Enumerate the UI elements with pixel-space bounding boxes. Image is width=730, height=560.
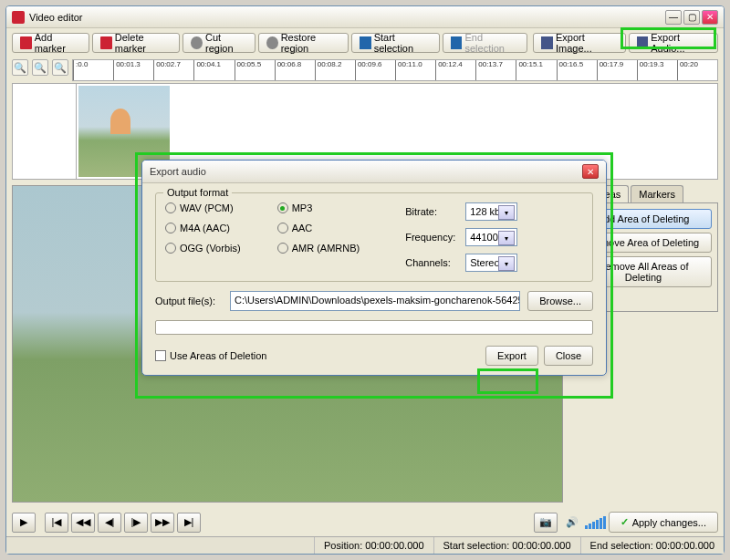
player-controls: ▶ |◀ ◀◀ ◀| |▶ ▶▶ ▶| 📷 🔊 ✓Apply changes..… <box>6 508 724 536</box>
close-button[interactable]: Close <box>544 346 593 366</box>
bitrate-combo[interactable]: 128 kbps <box>465 202 517 221</box>
maximize-button[interactable]: ▢ <box>683 10 700 25</box>
camera-icon <box>541 36 553 49</box>
zoom-in-button[interactable]: 🔍 <box>12 59 28 76</box>
step-fwd-button[interactable]: |▶ <box>124 513 148 533</box>
frequency-label: Frequency: <box>405 232 460 243</box>
tab-markers[interactable]: Markers <box>631 185 683 202</box>
radio-ogg[interactable]: OGG (Vorbis) <box>165 243 241 254</box>
cut-region-label: Cut region <box>205 32 247 54</box>
radio-m4a[interactable]: M4A (AAC) <box>165 223 241 233</box>
main-toolbar: Add marker Delete marker Cut region Rest… <box>6 28 724 57</box>
first-frame-button[interactable]: |◀ <box>45 513 68 533</box>
status-end: End selection: 00:00:00.000 <box>581 537 724 554</box>
export-image-button[interactable]: Export Image... <box>533 33 625 53</box>
fast-fwd-button[interactable]: ▶▶ <box>151 513 174 533</box>
channels-label: Channels: <box>405 257 460 268</box>
radio-mp3[interactable]: MP3 <box>277 202 360 213</box>
app-icon <box>12 11 25 24</box>
timeline-ruler[interactable]: :0.000:01.300:02.700:04.100:05.500:06.80… <box>72 59 718 81</box>
close-window-button[interactable]: ✕ <box>702 10 718 25</box>
restore-icon <box>266 36 278 49</box>
start-selection-button[interactable]: Start selection <box>351 33 440 53</box>
status-position: Position: 00:00:00.000 <box>315 537 434 554</box>
marker-add-icon <box>20 36 32 49</box>
window-title: Video editor <box>29 12 665 23</box>
end-selection-button[interactable]: End selection <box>443 33 527 53</box>
last-frame-button[interactable]: ▶| <box>177 513 201 533</box>
rewind-button[interactable]: ◀◀ <box>71 513 95 533</box>
step-back-button[interactable]: ◀| <box>98 513 121 533</box>
frequency-combo[interactable]: 44100 Hz <box>465 228 517 246</box>
export-audio-button[interactable]: Export Audio... <box>629 33 718 53</box>
restore-region-label: Restore region <box>281 32 340 54</box>
apply-changes-button[interactable]: ✓Apply changes... <box>609 512 718 533</box>
radio-wav[interactable]: WAV (PCM) <box>165 202 241 213</box>
apply-label: Apply changes... <box>632 517 706 528</box>
export-audio-dialog: Export audio ✕ Output format WAV (PCM) M… <box>141 160 607 376</box>
radio-aac[interactable]: AAC <box>277 223 360 233</box>
volume-icon[interactable]: 🔊 <box>566 516 579 528</box>
zoom-fit-button[interactable]: 🔍 <box>52 59 68 76</box>
snapshot-button[interactable]: 📷 <box>534 513 558 533</box>
output-format-group: Output format WAV (PCM) M4A (AAC) OGG (V… <box>155 192 593 282</box>
marker-del-icon <box>100 36 112 49</box>
minimize-button[interactable]: — <box>665 10 682 25</box>
delete-marker-label: Delete marker <box>115 32 172 54</box>
speaker-icon <box>637 36 649 49</box>
restore-region-button[interactable]: Restore region <box>258 33 349 53</box>
cut-region-button[interactable]: Cut region <box>182 33 256 53</box>
volume-meter[interactable] <box>585 516 606 529</box>
export-button[interactable]: Export <box>485 346 538 366</box>
play-button[interactable]: ▶ <box>12 513 36 533</box>
zoom-out-button[interactable]: 🔍 <box>32 59 48 76</box>
output-format-legend: Output format <box>163 187 232 198</box>
add-marker-label: Add marker <box>35 32 81 54</box>
scissors-icon <box>191 36 203 49</box>
output-path-input[interactable]: C:\Users\ADMIN\Downloads\pexels-maksim-g… <box>230 291 520 311</box>
export-image-label: Export Image... <box>556 32 618 54</box>
status-bar: Position: 00:00:00.000 Start selection: … <box>6 536 724 554</box>
use-areas-checkbox[interactable]: Use Areas of Deletion <box>155 350 266 361</box>
check-icon: ✓ <box>620 516 629 528</box>
add-marker-button[interactable]: Add marker <box>12 33 89 53</box>
start-sel-icon <box>360 36 371 49</box>
delete-marker-button[interactable]: Delete marker <box>92 33 180 53</box>
end-sel-icon <box>451 36 463 49</box>
dialog-title: Export audio <box>150 166 582 177</box>
output-files-label: Output file(s): <box>155 296 223 306</box>
channels-combo[interactable]: Stereo <box>465 254 517 272</box>
browse-button[interactable]: Browse... <box>527 291 593 311</box>
end-selection-label: End selection <box>464 32 519 54</box>
dialog-close-button[interactable]: ✕ <box>582 164 599 179</box>
bitrate-label: Bitrate: <box>405 206 460 217</box>
titlebar: Video editor — ▢ ✕ <box>6 6 724 28</box>
export-progress <box>155 320 593 335</box>
export-audio-label: Export Audio... <box>651 32 710 54</box>
radio-amr[interactable]: AMR (AMRNB) <box>277 243 360 254</box>
start-selection-label: Start selection <box>374 32 432 54</box>
status-start: Start selection: 00:00:00.000 <box>434 537 581 554</box>
